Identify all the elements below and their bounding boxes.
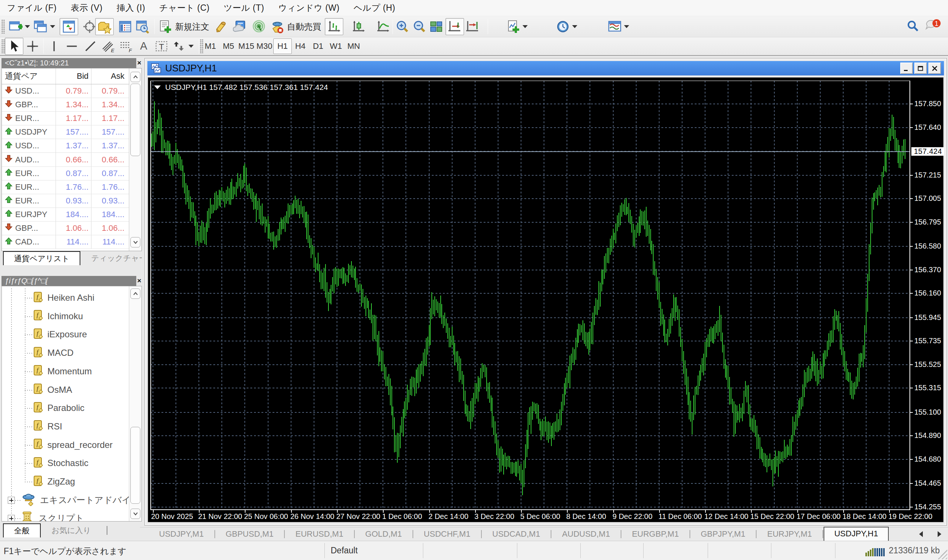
timeframe-mn-button[interactable]: MN xyxy=(344,38,363,54)
chart-tab-gold-m1[interactable]: GOLD,M1 xyxy=(355,529,412,540)
chart-tab-gbpusd-m1[interactable]: GBPUSD,M1 xyxy=(216,529,284,540)
tabs-scroll-left-icon[interactable] xyxy=(918,531,923,538)
scrollbar-thumb[interactable] xyxy=(130,84,141,156)
chart-area[interactable]: USDJPY,H1 157.482 157.536 157.361 157.42… xyxy=(148,77,943,522)
periods-button[interactable] xyxy=(554,18,579,35)
menu-item-5[interactable]: ウィンドウ (W) xyxy=(271,2,347,14)
tab-first[interactable]: 全般 xyxy=(3,523,41,537)
navigator-item[interactable]: fiExposure xyxy=(2,325,142,344)
status-profile[interactable]: Default xyxy=(331,546,358,555)
market-watch-row[interactable]: EUR...1.76...1.76... xyxy=(2,180,129,194)
navigator-item[interactable]: fParabolic xyxy=(2,399,142,417)
navigator-item[interactable]: fMomentum xyxy=(2,362,142,381)
navigator-item[interactable]: fspread_recorder xyxy=(2,436,142,454)
expand-icon[interactable] xyxy=(8,497,15,504)
navigator-item[interactable]: fStochastic xyxy=(2,454,142,472)
terminal-button[interactable] xyxy=(116,18,134,35)
autotrading-button[interactable]: 自動売買 xyxy=(268,18,326,35)
resize-grip[interactable] xyxy=(938,550,947,559)
market-watch-row[interactable]: USDJPY157....157.... xyxy=(2,125,129,139)
menu-item-2[interactable]: 挿入 (I) xyxy=(110,2,152,14)
close-button[interactable] xyxy=(928,63,941,74)
market-watch-row[interactable]: CAD...114....114.... xyxy=(2,235,129,249)
chart-tab-eurjpy-m1[interactable]: EURJPY,M1 xyxy=(757,529,822,540)
chart-dropdown-icon[interactable] xyxy=(154,85,161,89)
navigator-group[interactable]: スクリプト xyxy=(2,509,142,521)
scroll-down-icon[interactable] xyxy=(130,237,141,248)
timeframe-h4-button[interactable]: H4 xyxy=(291,38,310,54)
dropdown-arrow-icon[interactable] xyxy=(50,25,55,28)
price-chart[interactable] xyxy=(150,81,910,510)
menu-item-0[interactable]: ファイル (F) xyxy=(0,2,64,14)
market-watch-row[interactable]: EURJPY184....184.... xyxy=(2,208,129,222)
metaeditor-button[interactable] xyxy=(212,18,231,35)
tab-first[interactable]: 通貨ペアリスト xyxy=(3,251,80,265)
navigator-item[interactable]: fZigZag xyxy=(2,472,142,491)
chart-tab-usdjpy-m1[interactable]: USDJPY,M1 xyxy=(149,529,214,540)
menu-item-6[interactable]: ヘルプ (H) xyxy=(347,2,402,14)
menu-item-3[interactable]: チャート (C) xyxy=(152,2,217,14)
navigator-button[interactable] xyxy=(95,18,114,35)
templates-button[interactable] xyxy=(605,18,631,35)
profiles-button[interactable] xyxy=(31,18,57,35)
dropdown-arrow-icon[interactable] xyxy=(572,25,577,28)
scroll-up-icon[interactable] xyxy=(130,289,141,299)
market-watch-row[interactable]: EUR...1.17...1.17... xyxy=(2,112,129,125)
timeframe-m5-button[interactable]: M5 xyxy=(219,38,238,54)
chart-tab-usdcad-m1[interactable]: USDCAD,M1 xyxy=(482,529,551,540)
scroll-down-icon[interactable] xyxy=(130,509,141,519)
zoom-in-button[interactable] xyxy=(393,18,411,35)
market-watch-row[interactable]: USD...1.37...1.37... xyxy=(2,139,129,153)
scrollbar-thumb[interactable] xyxy=(130,427,141,504)
toolbar-grip[interactable] xyxy=(2,20,5,34)
market-watch-close-icon[interactable]: × xyxy=(137,59,142,66)
chart-shift-button[interactable] xyxy=(463,18,482,35)
market-watch-row[interactable]: GBP...1.06...1.06... xyxy=(2,222,129,235)
search-icon[interactable] xyxy=(906,20,919,34)
chart-info-line[interactable]: USDJPY,H1 157.482 157.536 157.361 157.42… xyxy=(154,83,328,92)
market-watch-button[interactable] xyxy=(60,18,78,35)
dropdown-arrow-icon[interactable] xyxy=(624,25,629,28)
market-watch-row[interactable]: EUR...0.93...0.93... xyxy=(2,194,129,208)
expand-icon[interactable] xyxy=(8,515,15,521)
market-watch-row[interactable]: AUD...0.66...0.66... xyxy=(2,153,129,166)
timeframe-m15-button[interactable]: M15 xyxy=(237,38,256,54)
new-chart-button[interactable] xyxy=(6,18,32,35)
tab-second[interactable]: お気に入り xyxy=(41,523,102,537)
signals-button[interactable] xyxy=(249,18,268,35)
navigator-item[interactable]: fHeiken Ashi xyxy=(2,289,142,307)
chart-tab-eurgbp-m1[interactable]: EURGBP,M1 xyxy=(622,529,689,540)
tab-second[interactable]: ティックチャート xyxy=(80,251,142,265)
navigator-item[interactable]: fMACD xyxy=(2,344,142,362)
auto-scroll-button[interactable] xyxy=(446,18,464,35)
navigator-scrollbar[interactable] xyxy=(129,286,142,521)
community-button[interactable] xyxy=(231,18,249,35)
timeframe-m1-button[interactable]: M1 xyxy=(201,38,219,54)
chart-tab-usdjpy-h1[interactable]: USDJPY,H1 xyxy=(824,527,889,542)
notification-icon[interactable]: 1 xyxy=(924,19,941,35)
column-ask[interactable]: Ask xyxy=(91,68,127,84)
market-watch-row[interactable]: USD...0.79...0.79... xyxy=(2,84,129,98)
dropdown-arrow-icon[interactable] xyxy=(522,25,528,28)
navigator-title[interactable]: ƒiƒrƒQ□[ƒ^□[ xyxy=(2,276,136,286)
tile-windows-button[interactable] xyxy=(427,18,446,35)
column-bid[interactable]: Bid xyxy=(56,68,91,84)
chart-tab-usdchf-m1[interactable]: USDCHF,M1 xyxy=(414,529,481,540)
tabs-scroll-right-icon[interactable] xyxy=(937,531,943,538)
chart-bars-button[interactable] xyxy=(325,18,343,35)
navigator-close-icon[interactable]: × xyxy=(137,277,142,285)
chart-window-titlebar[interactable]: USDJPY,H1 xyxy=(147,61,944,75)
menu-item-1[interactable]: 表示 (V) xyxy=(64,2,110,14)
market-watch-scrollbar[interactable] xyxy=(129,68,142,251)
chart-tab-audusd-m1[interactable]: AUDUSD,M1 xyxy=(552,529,620,540)
menu-item-4[interactable]: ツール (T) xyxy=(217,2,271,14)
dropdown-arrow-icon[interactable] xyxy=(25,25,30,28)
navigator-item[interactable]: fRSI xyxy=(2,417,142,436)
market-watch-row[interactable]: EUR...0.87...0.87... xyxy=(2,167,129,180)
column-symbol[interactable]: 通貨ペア xyxy=(2,68,56,84)
zoom-out-button[interactable] xyxy=(410,18,428,35)
new-order-button[interactable]: 新規注文 xyxy=(156,18,214,35)
minimize-button[interactable] xyxy=(900,63,913,74)
market-watch-row[interactable]: GBP...1.34...1.34... xyxy=(2,98,129,112)
chart-tab-gbpjpy-m1[interactable]: GBPJPY,M1 xyxy=(691,529,756,540)
